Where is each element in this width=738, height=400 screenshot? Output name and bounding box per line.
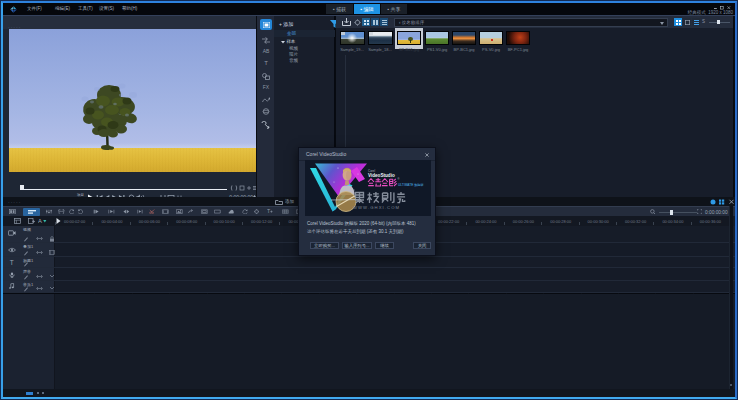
svg-text:VideoStudio: VideoStudio [368,173,395,178]
svg-text:T: T [10,259,14,265]
svg-text:A: A [38,218,42,224]
svg-text:ULTIMATE 旗舰版: ULTIMATE 旗舰版 [398,183,425,187]
svg-text:®: ® [398,177,400,181]
svg-text:WWW.GHXI.COM: WWW.GHXI.COM [353,205,400,210]
